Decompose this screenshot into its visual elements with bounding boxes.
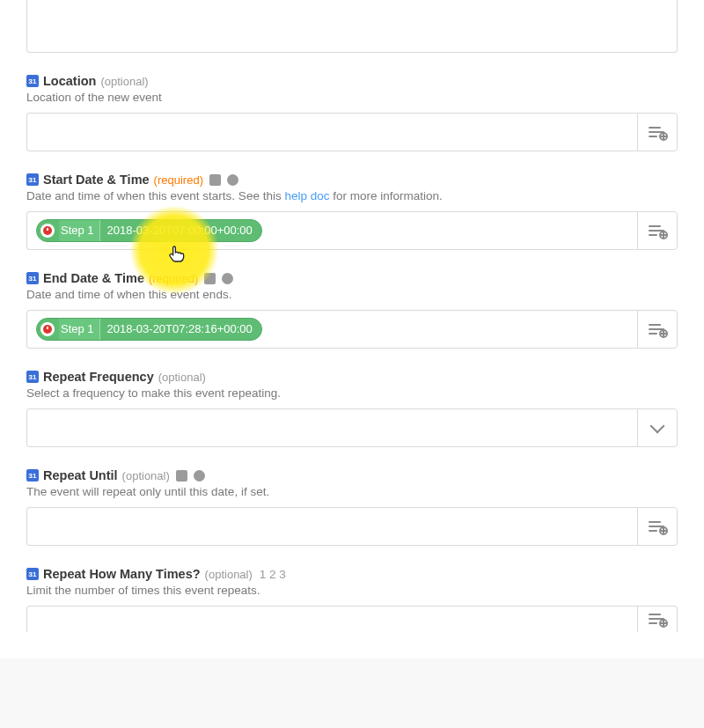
- field-hint: Date and time of when this event ends.: [26, 288, 678, 301]
- calendar-icon: 31: [26, 371, 39, 383]
- field-hint: Select a frequency to make this event re…: [26, 386, 678, 400]
- field-hint: Limit the number of times this event rep…: [26, 584, 678, 597]
- insert-icon: [649, 613, 666, 626]
- calendar-icon: 31: [26, 568, 39, 580]
- field-hint: Location of the new event: [26, 91, 678, 104]
- chevron-down-icon: [650, 418, 665, 433]
- hint-text-pre: Date and time of when this event starts.…: [26, 189, 284, 202]
- input-row: [26, 113, 678, 151]
- insert-data-button[interactable]: [637, 310, 678, 349]
- field-label-row: 31 Start Date & Time (required): [26, 173, 678, 187]
- help-doc-link[interactable]: help doc: [284, 189, 329, 202]
- field-label: Location: [43, 74, 96, 88]
- input-row: Step 1 2018-03-20T07:28:16+00:00: [26, 310, 678, 349]
- insert-data-button[interactable]: [637, 606, 678, 632]
- calendar-icon: 31: [26, 75, 39, 87]
- pill-step-label: Step 1: [59, 219, 100, 242]
- optionality-badge: (optional): [122, 469, 170, 482]
- field-repeat-count: 31 Repeat How Many Times? (optional) 1 2…: [26, 567, 678, 632]
- optionality-badge: (optional): [205, 568, 253, 581]
- calendar-icon: 31: [26, 469, 39, 482]
- input-row: Step 1 2018-03-20T07:00:00+00:00: [26, 211, 678, 250]
- insert-icon: [649, 323, 666, 336]
- previous-field-partial: [26, 0, 678, 53]
- pill-source-icon: [40, 322, 55, 336]
- field-example: 1 2 3: [260, 568, 286, 581]
- input-row: [26, 408, 678, 447]
- clock-icon: [194, 470, 205, 482]
- optionality-badge: (optional): [158, 371, 206, 384]
- field-start-datetime: 31 Start Date & Time (required) Date and…: [26, 173, 678, 250]
- insert-icon: [649, 126, 666, 139]
- optionality-badge: (required): [154, 173, 203, 187]
- date-icon: [209, 174, 221, 186]
- field-label: Repeat How Many Times?: [43, 567, 201, 581]
- pill-value: 2018-03-20T07:00:00+00:00: [100, 219, 261, 242]
- insert-data-button[interactable]: [637, 211, 678, 250]
- field-repeat-frequency: 31 Repeat Frequency (optional) Select a …: [26, 370, 678, 447]
- pill-value: 2018-03-20T07:28:16+00:00: [100, 318, 261, 341]
- field-label-row: 31 End Date & Time (required): [26, 271, 678, 285]
- insert-icon: [649, 224, 666, 238]
- field-location: 31 Location (optional) Location of the n…: [26, 74, 678, 151]
- data-pill[interactable]: Step 1 2018-03-20T07:28:16+00:00: [36, 318, 262, 341]
- pill-source-icon: [40, 224, 55, 238]
- end-datetime-input[interactable]: Step 1 2018-03-20T07:28:16+00:00: [26, 310, 637, 349]
- field-label: Repeat Until: [43, 468, 118, 482]
- insert-data-button[interactable]: [637, 113, 678, 151]
- date-icon: [176, 470, 187, 482]
- field-hint: Date and time of when this event starts.…: [26, 189, 678, 202]
- start-datetime-input[interactable]: Step 1 2018-03-20T07:00:00+00:00: [26, 211, 637, 250]
- insert-data-button[interactable]: [637, 507, 678, 546]
- insert-icon: [649, 520, 666, 533]
- repeat-count-input[interactable]: [26, 606, 637, 632]
- calendar-icon: 31: [26, 272, 39, 284]
- field-label: End Date & Time: [43, 271, 144, 285]
- input-row: [26, 606, 678, 632]
- repeat-frequency-select[interactable]: [26, 408, 637, 447]
- field-label-row: 31 Repeat Frequency (optional): [26, 370, 678, 384]
- field-label-row: 31 Repeat How Many Times? (optional) 1 2…: [26, 567, 678, 581]
- calendar-icon: 31: [26, 173, 39, 186]
- field-hint: The event will repeat only until this da…: [26, 485, 678, 498]
- field-repeat-until: 31 Repeat Until (optional) The event wil…: [26, 468, 678, 546]
- field-label-row: 31 Location (optional): [26, 74, 678, 88]
- dropdown-button[interactable]: [637, 408, 678, 447]
- location-input[interactable]: [26, 113, 637, 151]
- pill-step-label: Step 1: [59, 318, 100, 341]
- clock-icon: [222, 273, 233, 284]
- field-label: Start Date & Time: [43, 173, 150, 187]
- hint-text-post: for more information.: [329, 189, 442, 202]
- input-row: [26, 507, 678, 546]
- form-page: 31 Location (optional) Location of the n…: [0, 0, 704, 658]
- date-icon: [204, 273, 216, 284]
- clock-icon: [227, 174, 238, 186]
- optionality-badge: (required): [149, 272, 198, 285]
- field-end-datetime: 31 End Date & Time (required) Date and t…: [26, 271, 678, 349]
- data-pill[interactable]: Step 1 2018-03-20T07:00:00+00:00: [36, 219, 262, 242]
- repeat-until-input[interactable]: [26, 507, 637, 546]
- optionality-badge: (optional): [100, 75, 148, 88]
- field-label: Repeat Frequency: [43, 370, 154, 384]
- field-label-row: 31 Repeat Until (optional): [26, 468, 678, 482]
